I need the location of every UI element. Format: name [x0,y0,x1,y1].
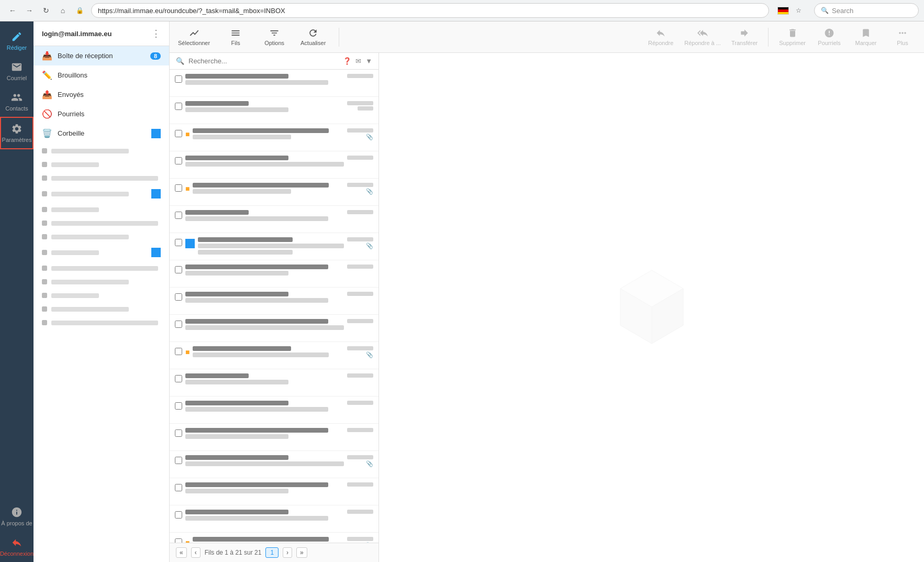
account-menu-button[interactable]: ⋮ [151,28,161,39]
email-checkbox[interactable] [175,484,182,491]
email-meta: 📎 [347,455,373,467]
refresh-button[interactable]: Actualiser [300,28,326,46]
address-bar[interactable] [91,3,769,18]
reply-button[interactable]: Répondre [648,28,674,46]
email-row[interactable] [170,505,378,533]
compose-nav-item[interactable]: Rédiger [0,26,34,56]
options-button[interactable]: Options [261,28,287,46]
select-button[interactable]: Sélectionner [178,28,210,46]
reply-icon [655,28,666,38]
next-page-button[interactable]: › [283,547,292,558]
folder-drafts[interactable]: ✏️ Brouillons [34,65,169,85]
email-row[interactable] [170,369,378,396]
folder-sub-item[interactable] [42,218,161,228]
email-row[interactable]: 📎 [170,233,378,260]
email-checkbox[interactable] [175,103,182,110]
about-nav-item[interactable]: À propos de [0,501,34,532]
folder-sub-item[interactable] [42,187,161,201]
email-row[interactable] [170,424,378,451]
contacts-nav-item[interactable]: Contacts [0,86,34,117]
delete-button[interactable]: Supprimer [779,28,806,46]
email-subject [185,107,288,112]
threads-button[interactable]: Fils [222,28,249,46]
folder-junk[interactable]: 🚫 Pourriels [34,104,169,124]
settings-nav-item[interactable]: Paramètres [0,117,34,149]
email-row[interactable] [170,151,378,179]
dropdown-icon[interactable]: ▼ [365,57,372,65]
email-checkbox[interactable] [175,157,182,164]
mark-button[interactable]: Marquer [853,28,879,46]
email-row[interactable]: ■ 📎 [170,179,378,206]
help-icon[interactable]: ❓ [343,57,351,65]
email-checkbox[interactable] [175,184,182,192]
email-row[interactable] [170,206,378,233]
prev-page-button[interactable]: ‹ [191,547,201,558]
email-row[interactable]: ■ 📎 [170,533,378,543]
more-button[interactable]: Plus [889,28,916,46]
first-page-button[interactable]: « [176,547,187,558]
home-button[interactable]: ⌂ [55,3,70,18]
current-page[interactable]: 1 [265,547,279,558]
email-row[interactable] [170,288,378,315]
folder-sub-item[interactable] [42,277,161,286]
folder-trash[interactable]: 🗑️ Corbeille [34,124,169,143]
folder-sent[interactable]: 📤 Envoyés [34,85,169,104]
email-checkbox[interactable] [175,348,182,355]
email-row[interactable]: ■ 📎 [170,124,378,151]
folder-sub-item[interactable] [42,232,161,241]
folder-sub-item[interactable] [42,205,161,214]
email-checkbox[interactable] [175,130,182,137]
email-row[interactable] [170,315,378,342]
sent-icon: 📤 [42,90,52,100]
email-checkbox[interactable] [175,402,182,410]
reload-button[interactable]: ↻ [39,3,53,18]
email-search-input[interactable] [188,57,339,65]
email-row[interactable]: 📎 [170,451,378,478]
email-checkbox[interactable] [175,212,182,219]
email-checkbox[interactable] [175,321,182,328]
email-checkbox[interactable] [175,239,182,246]
email-row[interactable] [170,260,378,288]
logout-nav-item[interactable]: Déconnexion [0,532,34,562]
forward-button[interactable]: Transférer [731,28,758,46]
folder-sub-item[interactable] [42,173,161,183]
email-date [347,265,373,269]
email-checkbox[interactable] [175,457,182,464]
email-date [347,482,373,487]
email-row[interactable] [170,70,378,97]
email-search-icon: 🔍 [176,57,184,65]
email-checkbox[interactable] [175,266,182,273]
folder-sub-item[interactable] [42,160,161,169]
email-checkbox[interactable] [175,75,182,83]
forward-button[interactable]: → [22,3,37,18]
browser-search[interactable]: 🔍 Search [814,3,919,18]
email-sender [193,183,329,188]
folder-inbox[interactable]: 📥 Boîte de réception 8 [34,46,169,65]
shield-button[interactable]: 🔒 [72,3,87,18]
email-checkbox[interactable] [175,511,182,519]
email-checkbox[interactable] [175,293,182,301]
email-row[interactable] [170,97,378,124]
email-checkbox[interactable] [175,429,182,437]
email-checkbox[interactable] [175,375,182,382]
folder-sub-item[interactable] [42,246,161,259]
folder-sub-item[interactable] [42,318,161,327]
bookmark-button[interactable]: ☆ [791,3,806,18]
compose-small-icon[interactable]: ✉ [355,57,361,65]
folder-sub-item[interactable] [42,304,161,314]
email-date [347,510,373,514]
folder-sub-label [51,235,129,239]
email-checkbox[interactable] [175,538,182,543]
back-button[interactable]: ← [5,3,20,18]
email-row[interactable] [170,478,378,505]
email-row[interactable]: ■ 📎 [170,342,378,369]
junk-button[interactable]: Pourriels [816,28,842,46]
browser-flags: ☆ [777,3,806,18]
email-row[interactable] [170,396,378,424]
folder-sub-item[interactable] [42,146,161,156]
last-page-button[interactable]: » [296,547,307,558]
reply-all-button[interactable]: Répondre à ... [684,28,721,46]
folder-sub-item[interactable] [42,291,161,300]
mail-nav-item[interactable]: Courriel [0,56,34,86]
folder-sub-item[interactable] [42,263,161,273]
